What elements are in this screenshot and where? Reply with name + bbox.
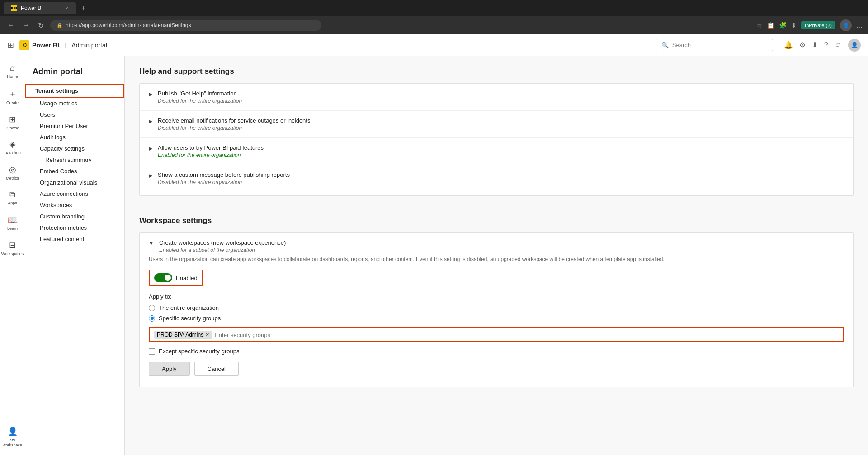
main-content: Help and support settings ▶ Publish "Get… — [125, 56, 868, 455]
profile-avatar[interactable]: 👤 — [840, 19, 852, 31]
setting-row-paid-features: ▶ Allow users to try Power BI paid featu… — [140, 138, 853, 165]
inprivate-badge: InPrivate (2) — [801, 21, 835, 29]
topbar-icons: 🔔 ⚙ ⬇ ? ☺ 👤 — [784, 39, 861, 52]
nav-item-workspaces[interactable]: ⊟ Workspaces — [1, 237, 24, 260]
feedback-icon[interactable]: ☺ — [835, 41, 842, 49]
setting-row-publish-help: ▶ Publish "Get Help" information Disable… — [140, 84, 853, 111]
cancel-button[interactable]: Cancel — [194, 362, 239, 376]
apply-button[interactable]: Apply — [149, 362, 190, 376]
sidebar-item-custom-branding[interactable]: Custom branding — [25, 211, 124, 222]
workspace-settings-card: ▼ Create workspaces (new workspace exper… — [139, 232, 854, 387]
browse-icon: ⊞ — [9, 114, 16, 124]
main-layout: ⌂ Home ＋ Create ⊞ Browse ◈ Data hub ◎ Me… — [0, 56, 868, 455]
extensions-icon[interactable]: 🧩 — [779, 22, 787, 29]
tab-favicon: PBI — [11, 5, 17, 11]
sidebar-item-premium-per-user[interactable]: Premium Per User — [25, 120, 124, 132]
search-input[interactable] — [672, 42, 767, 48]
downloads-icon[interactable]: ⬇ — [791, 22, 797, 29]
nav-item-apps[interactable]: ⧉ Apps — [1, 186, 24, 209]
user-avatar[interactable]: 👤 — [848, 39, 861, 52]
sidebar-item-usage-metrics[interactable]: Usage metrics — [25, 98, 124, 109]
nav-label-myworkspace: My workspace — [3, 438, 23, 448]
help-icon[interactable]: ? — [824, 41, 828, 49]
workspace-setting-header: ▼ Create workspaces (new workspace exper… — [140, 233, 853, 255]
sidebar-item-workspaces[interactable]: Workspaces — [25, 199, 124, 211]
workspace-setting-name: Create workspaces (new workspace experie… — [159, 239, 844, 246]
nav-item-myworkspace[interactable]: 👤 My workspace — [1, 423, 24, 451]
chevron-custom-msg[interactable]: ▶ — [149, 173, 152, 179]
setting-status-publish-help: Disabled for the entire organization — [158, 98, 844, 104]
nav-item-datahub[interactable]: ◈ Data hub — [1, 136, 24, 159]
sidebar-item-protection-metrics[interactable]: Protection metrics — [25, 222, 124, 233]
new-tab-button[interactable]: + — [81, 4, 85, 12]
search-box[interactable]: 🔍 — [656, 39, 773, 51]
workspace-setting-status: Enabled for a subset of the organization — [159, 247, 844, 253]
sidebar-heading: Admin portal — [25, 63, 124, 84]
browser-tab[interactable]: PBI Power BI ✕ — [4, 2, 76, 14]
sidebar: Admin portal Tenant settings Usage metri… — [25, 56, 125, 455]
tab-close-button[interactable]: ✕ — [65, 5, 69, 11]
nav-item-create[interactable]: ＋ Create — [1, 85, 24, 109]
refresh-button[interactable]: ↻ — [36, 19, 46, 32]
settings-menu-button[interactable]: … — [856, 22, 863, 29]
sidebar-item-refresh-summary[interactable]: Refresh summary — [25, 154, 124, 166]
help-settings-card: ▶ Publish "Get Help" information Disable… — [139, 83, 854, 196]
chevron-workspace[interactable]: ▼ — [149, 241, 154, 246]
apply-to-label: Apply to: — [149, 293, 844, 300]
download-icon[interactable]: ⬇ — [812, 41, 818, 49]
toggle-wrapper[interactable]: Enabled — [149, 270, 203, 286]
chevron-paid-features[interactable]: ▶ — [149, 146, 152, 152]
workspace-description: Users in the organization can create app… — [149, 255, 844, 263]
create-icon: ＋ — [9, 88, 17, 99]
radio-row-entire-org: The entire organization — [149, 304, 844, 311]
security-group-input[interactable] — [215, 332, 839, 338]
radio-entire-org[interactable] — [149, 305, 155, 311]
except-checkbox[interactable] — [149, 348, 155, 355]
workspace-toggle[interactable] — [154, 273, 172, 282]
workspaces-icon: ⊟ — [9, 240, 16, 250]
nav-item-learn[interactable]: 📖 Learn — [1, 211, 24, 235]
btn-row: Apply Cancel — [149, 362, 844, 376]
nav-item-home[interactable]: ⌂ Home — [1, 60, 24, 83]
sidebar-item-embed-codes[interactable]: Embed Codes — [25, 166, 124, 177]
sidebar-item-tenant-settings[interactable]: Tenant settings — [25, 84, 124, 98]
setting-name-publish-help: Publish "Get Help" information — [158, 90, 844, 97]
page-title: Admin portal — [71, 42, 107, 49]
favorites-icon[interactable]: ☆ — [756, 22, 762, 29]
section-divider — [139, 207, 854, 207]
metrics-icon: ◎ — [9, 165, 16, 175]
collections-icon[interactable]: 📋 — [767, 22, 774, 29]
sidebar-item-users[interactable]: Users — [25, 109, 124, 120]
forward-button[interactable]: → — [21, 19, 32, 31]
sidebar-item-azure-connections[interactable]: Azure connections — [25, 188, 124, 199]
security-group-box[interactable]: PROD SPA Admins ✕ — [149, 327, 844, 342]
browser-bar: ← → ↻ 🔒 https://app.powerbi.com/admin-po… — [0, 16, 868, 34]
except-checkbox-label: Except specific security groups — [159, 348, 239, 355]
setting-info-paid-features: Allow users to try Power BI paid feature… — [158, 144, 844, 158]
settings-icon[interactable]: ⚙ — [799, 41, 806, 49]
setting-row-email-notif: ▶ Receive email notifications for servic… — [140, 111, 853, 138]
chevron-publish-help[interactable]: ▶ — [149, 91, 152, 97]
radio-specific-groups[interactable] — [149, 315, 155, 322]
app-logo: ⬡ Power BI — [19, 40, 59, 50]
setting-info-email-notif: Receive email notifications for service … — [158, 117, 844, 131]
chevron-email-notif[interactable]: ▶ — [149, 118, 152, 124]
back-button[interactable]: ← — [5, 19, 16, 31]
sidebar-item-capacity-settings[interactable]: Capacity settings — [25, 143, 124, 154]
sg-tag-remove-button[interactable]: ✕ — [205, 332, 209, 338]
sidebar-item-featured-content[interactable]: Featured content — [25, 233, 124, 245]
url-bar[interactable]: 🔒 https://app.powerbi.com/admin-portal/t… — [50, 20, 321, 31]
powerbi-logo-icon: ⬡ — [19, 40, 29, 50]
notifications-icon[interactable]: 🔔 — [784, 41, 793, 49]
radio-selected-indicator — [151, 317, 154, 320]
waffle-icon[interactable]: ⊞ — [7, 40, 14, 50]
nav-item-metrics[interactable]: ◎ Metrics — [1, 161, 24, 185]
title-separator: | — [65, 42, 66, 48]
sidebar-item-org-visuals[interactable]: Organizational visuals — [25, 177, 124, 188]
workspace-setting-info: Create workspaces (new workspace experie… — [159, 239, 844, 253]
nav-label-datahub: Data hub — [4, 151, 21, 156]
nav-item-browse[interactable]: ⊞ Browse — [1, 111, 24, 134]
home-icon: ⌂ — [10, 63, 15, 73]
sidebar-item-audit-logs[interactable]: Audit logs — [25, 132, 124, 143]
setting-name-email-notif: Receive email notifications for service … — [158, 117, 844, 124]
